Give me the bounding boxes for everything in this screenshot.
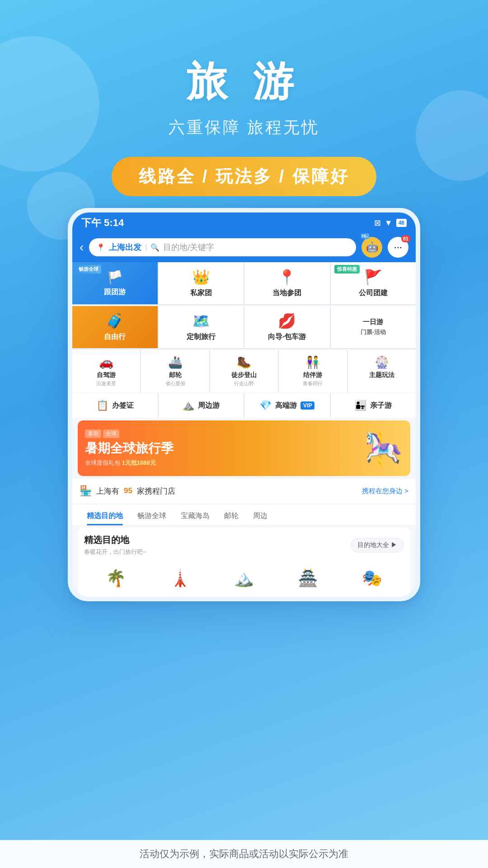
category-grid-row1: 畅游全球 🏳️ 跟团游 👑 私家团 📍 当地参团 惊喜特惠 🚩 [72, 262, 416, 305]
status-time: 下午 5:14 [81, 216, 124, 230]
hi-badge: Hi- [360, 233, 369, 239]
store-info: 🏪 上海有 95 家携程门店 携程在您身边 > [72, 479, 416, 503]
back-button[interactable]: ‹ [80, 240, 84, 255]
guide-icon: 💋 [278, 312, 296, 330]
banner-tag1: 暑期 [85, 429, 101, 438]
nav-bar: ‹ 📍 上海出发 | 🔍 目的地/关键字 🤖 Hi- ··· 81 [72, 232, 416, 262]
cat-label-company: 公司团建 [359, 288, 388, 298]
user-avatar[interactable]: 🤖 Hi- [361, 237, 382, 258]
cat-free-travel[interactable]: 🧳 自由行 [72, 306, 158, 348]
sub-hiking: 行走山野 [234, 380, 254, 387]
dest-img2: 🗼 [170, 569, 190, 588]
service-luxury[interactable]: 💎 高端游 VIP [244, 393, 330, 418]
nearby-icon: ⛰️ [182, 400, 194, 411]
service-nearby[interactable]: ⛰️ 周边游 [159, 393, 244, 418]
category-grid-row2: 🧳 自由行 🗺️ 定制旅行 💋 向导·包车游 一日游 门票·活动 [72, 306, 416, 349]
category-row3: 🚗 自驾游 沿途美景 🚢 邮轮 省心度假 🥾 徒步登山 行走山野 [72, 350, 416, 392]
cat-custom-travel[interactable]: 🗺️ 定制旅行 [159, 306, 244, 348]
dest-img4: 🏯 [298, 569, 318, 588]
sub-cruise: 省心度假 [165, 380, 185, 387]
more-dots-icon: ··· [394, 241, 402, 253]
promo-banner[interactable]: 暑期 全球 暑期全球旅行季 全球度假礼包 1元抵1888元 🎠 [78, 420, 410, 476]
label-luxury: 高端游 [275, 401, 297, 410]
cat-self-drive[interactable]: 🚗 自驾游 沿途美景 [72, 350, 140, 392]
cat-company-tour[interactable]: 惊喜特惠 🚩 公司团建 [331, 262, 416, 304]
service-visa[interactable]: 📋 办签证 [72, 393, 158, 418]
company-icon: 🚩 [364, 269, 382, 286]
search-bar[interactable]: 📍 上海出发 | 🔍 目的地/关键字 [89, 238, 356, 256]
label-cruise: 邮轮 [169, 371, 182, 379]
dest-preview: 🌴 🗼 🏔️ 🏯 🎭 [84, 556, 404, 592]
battery-icon: 46 [396, 219, 407, 227]
dest-img1: 🌴 [106, 569, 126, 588]
dest-img3: 🏔️ [234, 569, 254, 588]
tabs-row: 精选目的地 畅游全球 宝藏海岛 邮轮 周边 [72, 505, 416, 526]
flag-icon: 🏳️ [107, 270, 123, 285]
search-icon: 🔍 [150, 243, 160, 252]
cat-badge-chanyou: 畅游全球 [76, 265, 101, 274]
store-count: 95 [124, 486, 132, 495]
dest-section: 精选目的地 春暖花开，出门旅行吧~ 目的地大全 ▶ 🌴 🗼 🏔️ 🏯 🎭 [78, 528, 410, 597]
cat-label-private: 私家团 [190, 288, 212, 298]
cat-partner[interactable]: 👫 结伴游 青春同行 [279, 350, 347, 392]
cat-cruise[interactable]: 🚢 邮轮 省心度假 [141, 350, 209, 392]
notification-badge: 81 [401, 235, 410, 242]
notification-button[interactable]: ··· 81 [388, 237, 408, 258]
dest-header: 精选目的地 春暖花开，出门旅行吧~ 目的地大全 ▶ [84, 534, 404, 556]
tab-nearby[interactable]: 周边 [246, 505, 275, 525]
cat-label-free: 自由行 [104, 332, 126, 342]
cat-label-group-tour: 跟团游 [104, 288, 126, 297]
services-row: 📋 办签证 ⛰️ 周边游 💎 高端游 VIP 👨‍👧 亲子游 [72, 393, 416, 418]
store-link[interactable]: 携程在您身边 > [362, 487, 408, 495]
label-nearby: 周边游 [198, 401, 220, 410]
vip-badge: VIP [300, 401, 314, 410]
label-partner: 结伴游 [303, 371, 322, 379]
tab-cruise[interactable]: 邮轮 [217, 505, 246, 525]
phone-outer: 下午 5:14 ⊠ ▼ 46 ‹ 📍 上海出发 | 🔍 目的地/关键字 [68, 208, 420, 601]
dest-img5: 🎭 [362, 569, 382, 588]
dest-sub: 春暖花开，出门旅行吧~ [84, 548, 146, 556]
car-icon: 🚗 [99, 355, 113, 369]
tab-selected-dest[interactable]: 精选目的地 [80, 505, 130, 525]
label-hiking: 徒步登山 [231, 371, 257, 379]
luxury-icon: 💎 [259, 400, 272, 411]
hiking-icon: 🥾 [237, 355, 251, 369]
tab-global[interactable]: 畅游全球 [130, 505, 174, 525]
cat-group-tour[interactable]: 畅游全球 🏳️ 跟团游 [72, 262, 158, 304]
phone-inner: 下午 5:14 ⊠ ▼ 46 ‹ 📍 上海出发 | 🔍 目的地/关键字 [72, 212, 416, 597]
banner-tags: 暑期 全球 [85, 429, 358, 438]
theme-icon: 🎡 [375, 355, 389, 369]
store-left: 🏪 上海有 95 家携程门店 [80, 485, 175, 497]
cat-label-ticket: 门票·活动 [361, 328, 386, 336]
dest-all-button[interactable]: 目的地大全 ▶ [351, 538, 404, 552]
label-visa: 办签证 [112, 401, 134, 410]
app-content: 畅游全球 🏳️ 跟团游 👑 私家团 📍 当地参团 惊喜特惠 🚩 [72, 262, 416, 597]
cat-label-daytrip-top: 一日游 [363, 318, 383, 326]
banner-text: 暑期 全球 暑期全球旅行季 全球度假礼包 1元抵1888元 [85, 429, 358, 467]
wifi-icon: ▼ [385, 218, 393, 228]
hero-badge[interactable]: 线路全 / 玩法多 / 保障好 [112, 157, 376, 196]
cat-daytrip[interactable]: 一日游 门票·活动 [331, 306, 416, 348]
cat-theme[interactable]: 🎡 主题玩法 [348, 350, 416, 392]
label-family: 亲子游 [370, 401, 392, 410]
banner-illustration: 🎠 [364, 430, 403, 467]
cat-hiking[interactable]: 🥾 徒步登山 行走山野 [210, 350, 278, 392]
cat-label-custom: 定制旅行 [187, 332, 216, 342]
partner-icon: 👫 [305, 355, 320, 369]
status-icons: ⊠ ▼ 46 [374, 218, 407, 228]
status-bar: 下午 5:14 ⊠ ▼ 46 [72, 212, 416, 232]
disclaimer: 活动仅为示例，实际商品或活动以实际公示为准 [0, 840, 488, 868]
tab-island[interactable]: 宝藏海岛 [174, 505, 217, 525]
cat-badge-special: 惊喜特惠 [334, 265, 360, 274]
cat-private-tour[interactable]: 👑 私家团 [159, 262, 244, 304]
label-theme: 主题玩法 [369, 371, 394, 379]
luggage-icon: 🧳 [106, 312, 124, 330]
sub-self-drive: 沿途美景 [96, 380, 116, 387]
banner-tag2: 全球 [103, 429, 119, 438]
dest-header-left: 精选目的地 春暖花开，出门旅行吧~ [84, 534, 146, 556]
location-icon: 📍 [96, 243, 105, 252]
cat-local-tour[interactable]: 📍 当地参团 [244, 262, 330, 304]
service-family[interactable]: 👨‍👧 亲子游 [331, 393, 416, 418]
banner-highlight: 1元抵1888元 [122, 459, 156, 466]
cat-guide-car[interactable]: 💋 向导·包车游 [244, 306, 330, 348]
